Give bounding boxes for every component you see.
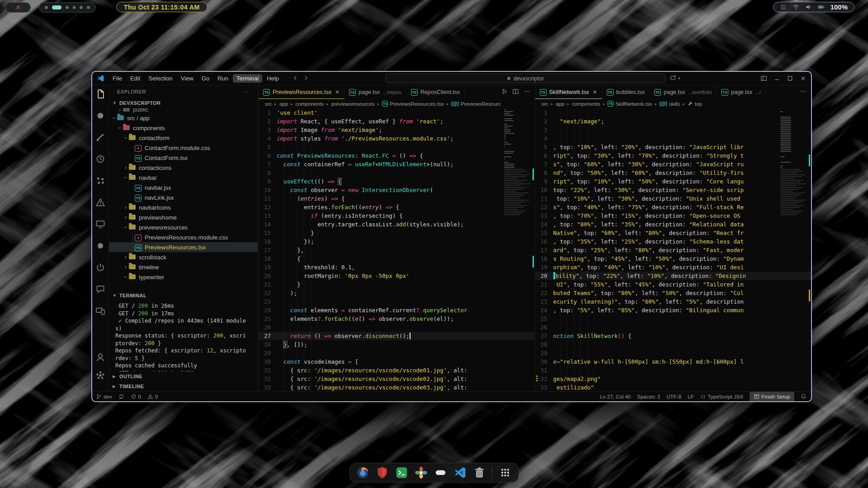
- menu-selection[interactable]: Selection: [145, 74, 176, 83]
- chat-icon[interactable]: [95, 284, 105, 294]
- breadcrumb-item[interactable]: components: [296, 101, 324, 107]
- tree-item[interactable]: #PreviewsResources.module.css: [109, 232, 258, 242]
- status-ln-27-col-40[interactable]: Ln 27, Col 40: [600, 394, 631, 399]
- breadcrumb-item[interactable]: app: [556, 101, 564, 107]
- tab-close-icon[interactable]: ✕: [593, 89, 597, 95]
- menu-view[interactable]: View: [177, 74, 197, 83]
- breadcrumb-item[interactable]: [@]PreviewsResourc: [451, 101, 501, 107]
- more-icon[interactable]: [524, 88, 530, 96]
- workspace-dot[interactable]: [45, 6, 48, 9]
- breadcrumb-item[interactable]: components: [572, 101, 600, 107]
- command-center-search[interactable]: devxscriptor: [385, 74, 665, 83]
- dock-browser-icon[interactable]: [356, 466, 370, 479]
- tree-item[interactable]: ›navbarIcons: [109, 202, 258, 212]
- tab-skillnetwork-tsx[interactable]: TSSkillNetwork.tsx✕: [535, 85, 602, 99]
- monitor-icon[interactable]: [95, 219, 105, 229]
- tab-page-tsx[interactable]: TSpage.tsx.../portfolio: [650, 85, 717, 99]
- tree-item[interactable]: ›typewriter: [109, 272, 258, 282]
- close-button[interactable]: [800, 75, 807, 82]
- dock-vscode-icon[interactable]: [453, 466, 467, 479]
- menu-file[interactable]: File: [109, 74, 126, 83]
- breadcrumb-item[interactable]: src: [265, 101, 272, 107]
- maximize-button[interactable]: [787, 75, 793, 82]
- system-close-button[interactable]: ✕: [5, 2, 31, 13]
- breadcrumb-item[interactable]: top: [688, 101, 702, 107]
- files-icon[interactable]: [95, 89, 105, 99]
- tab-reposclient-tsx[interactable]: TSReposClient.tsx: [406, 85, 465, 99]
- copilot-menu[interactable]: ▾: [670, 75, 680, 83]
- tree-item[interactable]: ›components: [109, 123, 258, 133]
- clock-pill[interactable]: Thu Oct 23 11:15:04 AM: [116, 2, 208, 12]
- tree-item[interactable]: ›scrollstack: [109, 252, 258, 262]
- dock-shield-icon[interactable]: [376, 466, 389, 479]
- dock-capsule-icon[interactable]: [434, 466, 448, 479]
- tab-bubbles-tsx[interactable]: TSbubbles.tsx: [602, 85, 650, 99]
- panel-button[interactable]: [760, 75, 767, 82]
- settings-icon[interactable]: [95, 371, 105, 380]
- split-icon[interactable]: [512, 88, 519, 96]
- minimize-button[interactable]: [774, 75, 780, 82]
- menu-help[interactable]: Help: [263, 74, 283, 83]
- explorer-more-icon[interactable]: ···: [244, 89, 251, 94]
- tree-item[interactable]: ›contacticons: [109, 163, 258, 173]
- breadcrumb-item[interactable]: [@]skills: [660, 101, 680, 107]
- account-icon[interactable]: [95, 352, 105, 362]
- status-utf-8[interactable]: UTF-8: [666, 394, 681, 399]
- tree-item[interactable]: ›src / app: [109, 113, 258, 123]
- terminal-output[interactable]: GET / 200 in 26ms GET / 200 in 17ms ✔ Co…: [109, 300, 253, 371]
- tree-item[interactable]: ›previewshome: [109, 212, 258, 222]
- code-editor[interactable]: 1'use client'2import React, { useEffect,…: [259, 108, 535, 391]
- tree-item[interactable]: TSnavLink.jsx: [109, 192, 258, 202]
- tab-page-tsx[interactable]: TSpage.tsx.../repos: [344, 85, 406, 99]
- tab-page-tsx[interactable]: TSpage.tsx.../: [717, 85, 766, 99]
- breadcrumb-item[interactable]: app: [279, 101, 288, 107]
- tab-close-icon[interactable]: ✕: [335, 89, 340, 95]
- breadcrumb-item[interactable]: src: [542, 101, 548, 107]
- dock-trash-icon[interactable]: [473, 466, 486, 479]
- dock-apps-icon[interactable]: [499, 466, 512, 479]
- status-bell[interactable]: [801, 394, 807, 399]
- tab-previewsresources-tsx[interactable]: TSPreviewsResources.tsx✕: [259, 85, 344, 99]
- menu-terminal[interactable]: Terminal: [233, 74, 262, 83]
- breadcrumb-item[interactable]: previewsresources: [331, 101, 375, 107]
- status-typescript-jsx[interactable]: {}TypeScript JSX: [700, 394, 743, 399]
- extensions-icon[interactable]: [95, 176, 105, 186]
- breadcrumb-item[interactable]: TSPreviewsResources.tsx: [382, 101, 444, 107]
- tree-item[interactable]: ›previewsresources: [109, 222, 258, 232]
- record-icon[interactable]: [95, 241, 105, 251]
- run-icon[interactable]: [501, 88, 508, 96]
- dock-terminal-icon[interactable]: [395, 466, 409, 479]
- terminal-section-header[interactable]: ▼ TERMINAL: [109, 291, 258, 300]
- section-outline[interactable]: ▶OUTLINE: [109, 371, 258, 381]
- minimap[interactable]: [780, 109, 810, 391]
- breadcrumb-item[interactable]: TSSkillNetwork.tsx: [608, 101, 652, 107]
- workspace-dot[interactable]: [87, 6, 90, 9]
- section-timeline[interactable]: ▶TIMELINE: [109, 381, 258, 391]
- menu-run[interactable]: Run: [214, 74, 232, 83]
- alert-icon[interactable]: [95, 197, 105, 207]
- history-icon[interactable]: [95, 154, 105, 164]
- brush-icon[interactable]: [95, 132, 105, 142]
- tree-item[interactable]: TSPreviewsResources.tsx: [109, 242, 258, 252]
- tree-item[interactable]: ›contactform: [109, 133, 258, 143]
- status-finish-setup[interactable]: Finish Setup: [750, 392, 794, 401]
- workspace-dot[interactable]: [66, 6, 69, 9]
- search-icon[interactable]: [95, 111, 105, 121]
- workspace-dot[interactable]: [80, 6, 83, 9]
- menu-go[interactable]: Go: [198, 74, 213, 83]
- tree-item[interactable]: TSContactForm.tsx: [109, 153, 258, 163]
- nav-forward-icon[interactable]: [303, 75, 309, 82]
- status-dev[interactable]: dev: [96, 394, 112, 399]
- tree-item[interactable]: ›public: [109, 108, 258, 113]
- tree-item[interactable]: ›navbar: [109, 173, 258, 183]
- workspace-root[interactable]: ▼ DEVXSCRIPTOR: [109, 98, 258, 108]
- tree-item[interactable]: #ContactForm.module.css: [109, 143, 258, 153]
- nav-back-icon[interactable]: [292, 75, 298, 82]
- more-icon[interactable]: [800, 88, 807, 96]
- status-sync[interactable]: [118, 394, 124, 399]
- workspace-active-indicator[interactable]: [52, 5, 61, 9]
- minimap[interactable]: [504, 109, 534, 391]
- workspace-dot[interactable]: [73, 6, 76, 9]
- tree-item[interactable]: ›timeline: [109, 262, 258, 272]
- power-icon[interactable]: [95, 263, 105, 272]
